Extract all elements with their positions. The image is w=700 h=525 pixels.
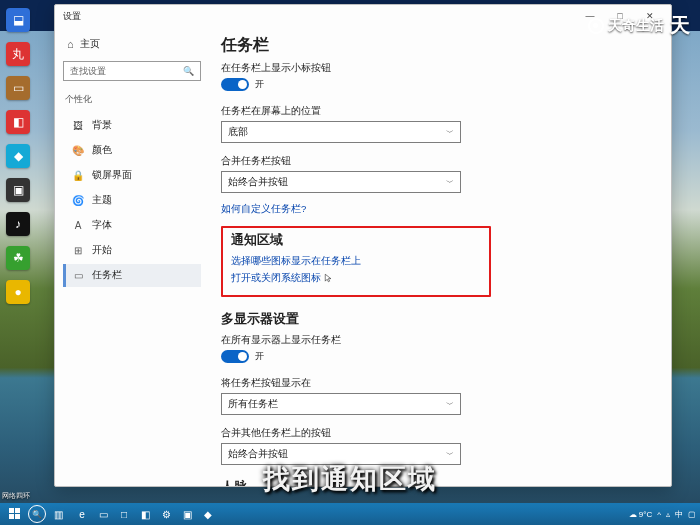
multi-show-value: 所有任务栏 [228,398,278,411]
desktop-icon[interactable]: ▭ [6,76,30,100]
window-titlebar[interactable]: 设置 — □ ✕ [55,5,671,27]
sidebar-item-label: 任务栏 [92,269,122,282]
svg-rect-2 [9,514,14,519]
sidebar-item[interactable]: ▭任务栏 [63,264,201,287]
small-icons-state: 开 [255,78,264,91]
desktop-icon[interactable]: ☘ [6,246,30,270]
small-icons-label: 在任务栏上显示小标按钮 [221,62,655,75]
combine-buttons-value: 始终合并按钮 [228,176,288,189]
sidebar-item-label: 开始 [92,244,112,257]
taskbar-app-icon[interactable]: ◧ [135,505,155,523]
desktop-icon[interactable]: 丸 [6,42,30,66]
toggle-switch-icon [221,350,249,363]
multi-all-toggle[interactable]: 开 [221,350,264,363]
sidebar-item-icon: 🌀 [72,195,84,206]
desktop-icon[interactable]: ◧ [6,110,30,134]
sidebar-item-label: 字体 [92,219,112,232]
multi-combine-value: 始终合并按钮 [228,448,288,461]
sidebar-home[interactable]: ⌂ 主页 [63,33,201,55]
desktop-icons: ⬓ 丸 ▭ ◧ ◆ ▣ ♪ ☘ ● [6,8,30,304]
video-watermark: 天奇生活 天 [588,12,690,39]
sidebar-item-label: 主题 [92,194,112,207]
tray-ime-icon[interactable]: 中 [675,509,683,520]
sidebar-item[interactable]: A字体 [63,214,201,237]
watermark-text: 天奇生活 [608,17,664,35]
system-tray: ☁ 9°C ^ ▵ 中 ▢ [629,509,696,520]
multi-all-state: 开 [255,350,264,363]
multi-all-label: 在所有显示器上显示任务栏 [221,334,655,347]
video-subtitle: 找到通知区域 [0,461,700,497]
desktop-icon[interactable]: ▣ [6,178,30,202]
taskbar-search-button[interactable]: 🔍 [28,505,46,523]
search-icon: 🔍 [183,66,194,76]
sidebar-item[interactable]: 🔒锁屏界面 [63,164,201,187]
sidebar-item-label: 颜色 [92,144,112,157]
watermark-tail: 天 [670,12,690,39]
tray-network-icon[interactable]: ▵ [666,510,670,519]
taskbar-app-icon[interactable]: ▣ [177,505,197,523]
watermark-logo-icon [588,18,604,34]
sidebar-item-icon: A [72,220,84,231]
taskbar-position-label: 任务栏在屏幕上的位置 [221,105,655,118]
desktop-icon[interactable]: ◆ [6,144,30,168]
sidebar-item-label: 锁屏界面 [92,169,132,182]
taskbar-app-icon[interactable]: ⚙ [156,505,176,523]
toggle-system-icons-link[interactable]: 打开或关闭系统图标 [231,272,481,285]
taskbar-app-icon[interactable]: ▭ [93,505,113,523]
sidebar-item[interactable]: 🎨颜色 [63,139,201,162]
notification-area-highlight: 通知区域 选择哪些图标显示在任务栏上 打开或关闭系统图标 [221,226,491,297]
window-title: 设置 [63,10,81,23]
home-icon: ⌂ [67,38,74,50]
desktop-icon[interactable]: ♪ [6,212,30,236]
combine-buttons-dropdown[interactable]: 始终合并按钮 ﹀ [221,171,461,193]
tray-action-center-icon[interactable]: ▢ [688,510,696,519]
svg-rect-1 [15,508,20,513]
sidebar-search-input[interactable]: 查找设置 🔍 [63,61,201,81]
sidebar-item-icon: ⊞ [72,245,84,256]
multi-display-heading: 多显示器设置 [221,311,655,328]
taskbar-pinned-apps: e ▭ □ ◧ ⚙ ▣ ◆ [72,505,218,523]
small-icons-toggle[interactable]: 开 [221,78,264,91]
multi-combine-label: 合并其他任务栏上的按钮 [221,427,655,440]
sidebar-item[interactable]: ⊞开始 [63,239,201,262]
customize-taskbar-link[interactable]: 如何自定义任务栏? [221,203,655,216]
taskbar-position-dropdown[interactable]: 底部 ﹀ [221,121,461,143]
svg-rect-3 [15,514,20,519]
toggle-switch-icon [221,78,249,91]
chevron-down-icon: ﹀ [446,449,454,460]
svg-rect-0 [9,508,14,513]
multi-show-dropdown[interactable]: 所有任务栏 ﹀ [221,393,461,415]
sidebar-category-label: 个性化 [63,93,201,106]
sidebar-item[interactable]: 🖼背景 [63,114,201,137]
settings-sidebar: ⌂ 主页 查找设置 🔍 个性化 🖼背景🎨颜色🔒锁屏界面🌀主题A字体⊞开始▭任务栏 [55,27,205,486]
taskbar-app-icon[interactable]: ◆ [198,505,218,523]
taskbar-app-icon[interactable]: e [72,505,92,523]
sidebar-home-label: 主页 [80,37,100,51]
taskbar-app-icon[interactable]: □ [114,505,134,523]
settings-window: 设置 — □ ✕ ⌂ 主页 查找设置 🔍 个性化 🖼背景🎨颜色🔒锁屏界面🌀主题A… [54,4,672,487]
select-taskbar-icons-link[interactable]: 选择哪些图标显示在任务栏上 [231,255,481,268]
sidebar-item-icon: 🔒 [72,170,84,181]
chevron-down-icon: ﹀ [446,177,454,188]
sidebar-item-icon: 🎨 [72,145,84,156]
combine-buttons-label: 合并任务栏按钮 [221,155,655,168]
chevron-down-icon: ﹀ [446,399,454,410]
tray-overflow-icon[interactable]: ^ [657,510,661,519]
sidebar-item[interactable]: 🌀主题 [63,189,201,212]
desktop-icon[interactable]: ● [6,280,30,304]
tray-weather[interactable]: ☁ 9°C [629,510,653,519]
settings-content[interactable]: 任务栏 在任务栏上显示小标按钮 开 任务栏在屏幕上的位置 底部 ﹀ 合并任务栏按… [205,27,671,486]
sidebar-search-placeholder: 查找设置 [70,65,106,78]
sidebar-item-icon: ▭ [72,270,84,281]
sidebar-item-icon: 🖼 [72,120,84,131]
taskbar-position-value: 底部 [228,126,248,139]
sidebar-item-label: 背景 [92,119,112,132]
task-view-button[interactable]: ▥ [48,505,68,523]
multi-show-label: 将任务栏按钮显示在 [221,377,655,390]
desktop-icon[interactable]: ⬓ [6,8,30,32]
chevron-down-icon: ﹀ [446,127,454,138]
start-button[interactable] [4,504,26,524]
windows-icon [9,508,21,520]
taskbar: 🔍 ▥ e ▭ □ ◧ ⚙ ▣ ◆ ☁ 9°C ^ ▵ 中 ▢ [0,503,700,525]
sidebar-nav-list: 🖼背景🎨颜色🔒锁屏界面🌀主题A字体⊞开始▭任务栏 [63,114,201,287]
